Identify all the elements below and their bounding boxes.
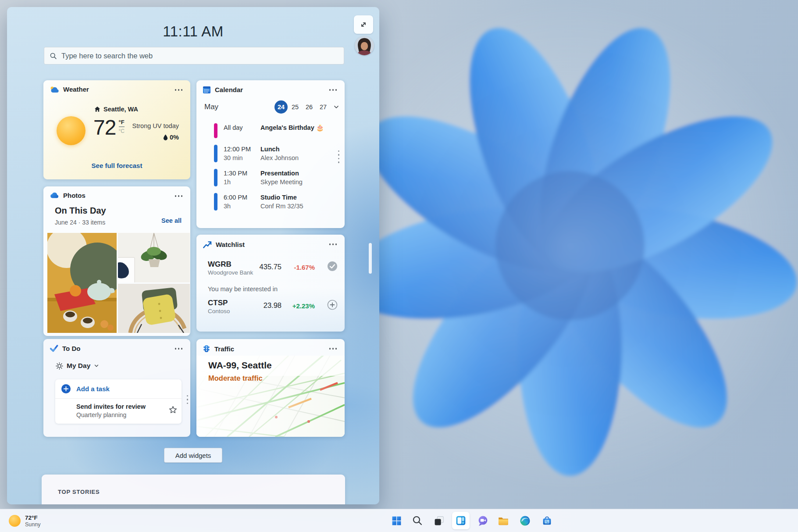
- unit-celsius[interactable]: °C: [118, 128, 124, 134]
- weather-widget[interactable]: Weather Seattle, WA 72 °F °C Strong UV t…: [43, 80, 190, 179]
- file-explorer-button[interactable]: [495, 512, 512, 529]
- see-full-forecast-link[interactable]: See full forecast: [43, 162, 190, 169]
- taskbar-search-button[interactable]: [409, 512, 426, 529]
- add-task-plus-icon: [61, 384, 71, 394]
- event-title: Presentation: [260, 170, 299, 177]
- traffic-status: Moderate traffic: [208, 374, 263, 382]
- traffic-widget[interactable]: Traffic WA-99, Seattle Moderate traffic: [196, 339, 345, 437]
- calendar-event[interactable]: All day Angela's Birthday 🎂: [214, 123, 333, 138]
- unit-toggle[interactable]: °F °C: [118, 119, 124, 139]
- task-item[interactable]: Send invites for review Quarterly planni…: [55, 399, 182, 424]
- todo-task-box: Add a task Send invites for review Quart…: [55, 379, 182, 424]
- todo-widget[interactable]: To Do My Day: [43, 339, 190, 437]
- user-avatar[interactable]: [355, 36, 374, 55]
- watchlist-widget[interactable]: Watchlist WGRB Woodgrove Bank 435.75 -1.…: [196, 235, 345, 332]
- top-stories-card: TOP STORIES: [42, 475, 345, 504]
- panel-scrollbar[interactable]: [369, 243, 372, 274]
- widget-title: Weather: [63, 86, 89, 93]
- todo-more-button[interactable]: [172, 345, 185, 352]
- weather-cloud-icon: [50, 86, 59, 93]
- unit-fahrenheit[interactable]: °F: [119, 119, 125, 127]
- event-title: Angela's Birthday: [260, 124, 314, 131]
- photos-cloud-icon: [50, 192, 59, 199]
- taskbar-weather-button[interactable]: 72°F Sunny: [4, 511, 46, 531]
- widgets-button[interactable]: [452, 512, 470, 529]
- search-icon: [412, 515, 423, 526]
- search-input[interactable]: [61, 52, 338, 60]
- task-title: Send invites for review: [76, 403, 164, 410]
- top-stories-label: TOP STORIES: [58, 489, 100, 495]
- photos-subheading: June 24 · 33 items: [55, 219, 105, 226]
- event-subtitle: Alex Johnson: [260, 154, 299, 161]
- calendar-event[interactable]: 1:30 PM 1h Presentation Skype Meeting: [214, 169, 333, 186]
- star-task-button[interactable]: [169, 406, 177, 415]
- calendar-day[interactable]: 27: [317, 100, 330, 114]
- stock-price: 435.75: [260, 263, 281, 271]
- task-view-icon: [434, 515, 445, 526]
- photo-thumbnail-chair[interactable]: [118, 284, 190, 336]
- added-check-icon[interactable]: [327, 261, 338, 271]
- calendar-day[interactable]: 25: [289, 100, 302, 114]
- event-subtitle: Skype Meeting: [260, 179, 303, 186]
- todo-check-icon: [50, 344, 58, 352]
- weather-location: Seattle, WA: [103, 106, 138, 113]
- stock-price: 23.98: [264, 301, 281, 310]
- widget-title: To Do: [62, 345, 80, 352]
- task-view-button[interactable]: [430, 512, 448, 529]
- sun-icon: [57, 116, 86, 145]
- event-color-bar: [214, 193, 217, 211]
- watchlist-chart-icon: [203, 240, 212, 249]
- see-all-link[interactable]: See all: [161, 217, 182, 224]
- widget-title: Watchlist: [216, 241, 245, 248]
- store-icon: [542, 515, 552, 526]
- task-drag-handle[interactable]: [187, 395, 188, 404]
- start-button[interactable]: [388, 512, 405, 529]
- star-icon: [169, 406, 177, 414]
- search-bar[interactable]: [44, 47, 344, 64]
- event-list-scroll-handle[interactable]: [338, 150, 339, 163]
- event-color-bar: [214, 123, 217, 138]
- photos-more-button[interactable]: [172, 193, 185, 200]
- droplet-icon: [163, 134, 168, 140]
- windows-start-icon: [391, 515, 402, 526]
- chat-button[interactable]: [474, 512, 492, 529]
- calendar-event[interactable]: 6:00 PM 3h Studio Time Conf Rm 32/35: [214, 193, 333, 211]
- weather-condition: Strong UV today: [132, 122, 179, 129]
- chevron-down-icon[interactable]: [333, 104, 339, 110]
- taskbar-temperature: 72°F: [25, 514, 40, 521]
- event-color-bar: [214, 145, 217, 162]
- search-icon: [50, 52, 57, 60]
- calendar-widget[interactable]: Calendar May 24 25 26 27 All day: [196, 80, 345, 228]
- desktop: 11:11 AM: [0, 0, 798, 532]
- calendar-day[interactable]: 26: [303, 100, 316, 114]
- calendar-day-selected[interactable]: 24: [274, 100, 288, 114]
- clock: 11:11 AM: [7, 23, 379, 40]
- event-subtitle: Conf Rm 32/35: [260, 203, 303, 210]
- watchlist-more-button[interactable]: [327, 241, 339, 248]
- watchlist-suggestion-row[interactable]: CTSP Contoso 23.98 +2.23%: [208, 299, 338, 314]
- photo-thumbnail-still-life[interactable]: [47, 233, 117, 336]
- add-widgets-button[interactable]: Add widgets: [164, 448, 222, 463]
- widget-title: Calendar: [215, 86, 243, 93]
- calendar-icon: [203, 86, 211, 94]
- photo-thumbnail-plant[interactable]: [118, 233, 190, 282]
- traffic-more-button[interactable]: [327, 345, 339, 352]
- todo-list-selector[interactable]: My Day: [56, 362, 99, 370]
- widget-title: Traffic: [214, 345, 234, 353]
- weather-more-button[interactable]: [172, 86, 185, 93]
- add-to-watchlist-icon[interactable]: [327, 300, 338, 310]
- expand-panel-button[interactable]: [354, 15, 373, 34]
- calendar-event[interactable]: 12:00 PM 30 min Lunch Alex Johnson: [214, 145, 333, 162]
- temperature-value: 72: [93, 115, 116, 139]
- watchlist-stock-row[interactable]: WGRB Woodgrove Bank 435.75 -1.67%: [208, 260, 338, 276]
- store-button[interactable]: [538, 512, 556, 529]
- taskbar: 72°F Sunny: [0, 509, 798, 532]
- add-task-button[interactable]: Add a task: [55, 379, 182, 399]
- photos-widget[interactable]: Photos On This Day June 24 · 33 items Se…: [43, 186, 190, 336]
- edge-button[interactable]: [516, 512, 534, 529]
- widget-title: Photos: [63, 192, 86, 199]
- event-title: Studio Time: [260, 194, 297, 201]
- calendar-more-button[interactable]: [327, 86, 339, 93]
- expand-icon: [360, 21, 367, 29]
- widgets-icon: [455, 515, 467, 526]
